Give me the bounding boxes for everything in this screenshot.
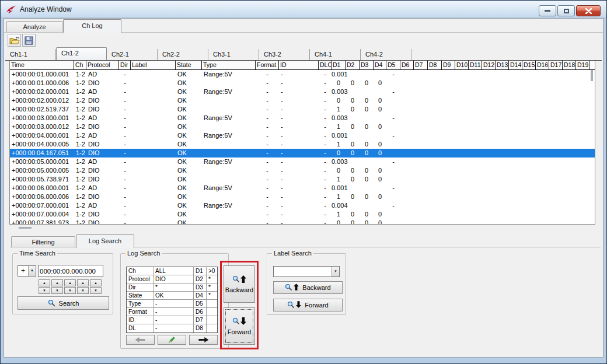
log-row[interactable]: +000:00:05.000.0011-2AD-OKRange:5V---0.0… xyxy=(10,158,595,166)
column-header-dlc[interactable]: DLC xyxy=(319,61,332,69)
column-header-d19[interactable]: D19 xyxy=(576,61,589,69)
column-header-id[interactable]: ID xyxy=(279,61,319,69)
chevron-down-icon[interactable]: ▼ xyxy=(332,267,339,276)
log-row[interactable]: +000:00:02.000.0121-2DIO-OK---0000 xyxy=(10,96,595,105)
column-header-label[interactable]: Label xyxy=(131,61,176,69)
edit-button[interactable] xyxy=(158,335,186,345)
column-header-d18[interactable]: D18 xyxy=(563,61,576,69)
spinner-up-button[interactable]: ▲ xyxy=(90,279,102,286)
log-row[interactable]: +000:00:05.738.9711-2DIO-OK---1000 xyxy=(10,175,595,184)
criteria-d-value[interactable]: * xyxy=(207,284,217,292)
column-header-d15[interactable]: D15 xyxy=(522,61,536,69)
column-header-state[interactable]: State xyxy=(176,61,202,69)
log-row[interactable]: +000:00:06.000.0061-2DIO-OK---1000 xyxy=(10,192,595,201)
log-row[interactable]: +000:00:07.381.9731-2DIO-OK---0000 xyxy=(10,219,595,225)
column-header-d1[interactable]: D1 xyxy=(332,61,346,69)
column-header-d16[interactable]: D16 xyxy=(536,61,549,69)
log-forward-button[interactable]: Forward xyxy=(224,307,255,345)
column-header-d14[interactable]: D14 xyxy=(509,61,522,69)
tab-filtering[interactable]: Filtering xyxy=(11,236,75,247)
tab-ch-log[interactable]: Ch Log xyxy=(63,19,121,33)
log-row[interactable]: +000:00:07.000.0041-2DIO-OK---1000 xyxy=(10,210,595,219)
criteria-d-value[interactable]: * xyxy=(207,292,217,300)
spinner-down-button[interactable]: ▼ xyxy=(51,287,63,294)
save-button[interactable] xyxy=(22,34,36,47)
horizontal-scrollbar-thumb[interactable] xyxy=(19,227,32,229)
tab-ch3-1[interactable]: Ch3-1 xyxy=(208,49,259,60)
spinner-up-button[interactable]: ▲ xyxy=(51,279,63,286)
log-row[interactable]: +000:00:04.000.0011-2AD-OKRange:5V---0.0… xyxy=(10,131,595,140)
maximize-button[interactable] xyxy=(557,5,575,16)
criteria-value[interactable]: - xyxy=(154,316,194,324)
criteria-d-value[interactable]: * xyxy=(207,275,217,284)
spinner-up-button[interactable]: ▲ xyxy=(77,279,89,286)
column-header-d2[interactable]: D2 xyxy=(346,61,360,69)
column-header-d13[interactable]: D13 xyxy=(496,61,509,69)
column-header-d4[interactable]: D4 xyxy=(374,61,386,69)
log-row[interactable]: +000:00:01.000.0011-2AD-OKRange:5V---0.0… xyxy=(10,70,595,79)
criteria-d-value[interactable] xyxy=(207,316,217,324)
log-row[interactable]: +000:00:02.519.7371-2DIO-OK---1000 xyxy=(10,105,595,114)
criteria-d-value[interactable] xyxy=(207,324,217,332)
tab-ch2-2[interactable]: Ch2-2 xyxy=(158,49,208,60)
time-input[interactable] xyxy=(38,265,103,277)
criteria-value[interactable]: - xyxy=(154,324,194,332)
last-match-button[interactable] xyxy=(189,335,218,345)
close-button[interactable] xyxy=(576,5,601,16)
criteria-value[interactable]: * xyxy=(154,284,194,292)
column-header-d5[interactable]: D5 xyxy=(386,61,400,69)
title-bar[interactable]: Analyze Window xyxy=(1,1,606,18)
column-header-d12[interactable]: D12 xyxy=(482,61,496,69)
tab-log-search[interactable]: Log Search xyxy=(76,235,134,248)
open-button[interactable] xyxy=(8,34,21,47)
vertical-scrollbar-thumb[interactable] xyxy=(591,70,593,81)
log-row[interactable]: +000:00:03.000.0011-2AD-OKRange:5V---0.0… xyxy=(10,114,595,123)
column-header-type[interactable]: Type xyxy=(202,61,256,69)
spinner-down-button[interactable]: ▼ xyxy=(64,287,76,294)
chevron-down-icon[interactable]: ▼ xyxy=(28,266,36,276)
spinner-up-button[interactable]: ▲ xyxy=(39,279,50,286)
log-row[interactable]: +000:00:02.000.0011-2AD-OKRange:5V---0.0… xyxy=(10,88,595,96)
column-header-d6[interactable]: D6 xyxy=(400,61,414,69)
label-forward-button[interactable]: Forward xyxy=(273,299,343,312)
log-backward-button[interactable]: Backward xyxy=(224,265,255,303)
first-match-button[interactable] xyxy=(126,335,155,345)
criteria-d-value[interactable] xyxy=(207,308,217,316)
label-backward-button[interactable]: Backward xyxy=(273,281,343,294)
spinner-down-button[interactable]: ▼ xyxy=(90,287,102,294)
sign-combo[interactable]: + ▼ xyxy=(18,265,36,276)
spinner-up-button[interactable]: ▲ xyxy=(64,279,76,286)
column-header-d3[interactable]: D3 xyxy=(360,61,374,69)
criteria-d-value[interactable] xyxy=(207,300,217,308)
column-header-d8[interactable]: D8 xyxy=(428,61,442,69)
column-header-d10[interactable]: D10 xyxy=(455,61,469,69)
spinner-down-button[interactable]: ▼ xyxy=(39,287,50,294)
label-combo[interactable]: ▼ xyxy=(273,266,340,277)
log-row[interactable]: +000:00:03.000.0121-2DIO-OK---1000 xyxy=(10,123,595,131)
column-header-format[interactable]: Format xyxy=(256,61,279,69)
column-header-time[interactable]: Time xyxy=(10,61,74,69)
tab-ch1-1[interactable]: Ch1-1 xyxy=(5,49,56,60)
column-header-d7[interactable]: D7 xyxy=(414,61,428,69)
tab-analyze[interactable]: Analyze xyxy=(6,21,62,32)
column-header-dir[interactable]: Dir xyxy=(119,61,131,69)
criteria-value[interactable]: - xyxy=(154,300,194,308)
column-header-d17[interactable]: D17 xyxy=(549,61,563,69)
criteria-d-value[interactable]: >0 xyxy=(207,267,217,275)
tab-ch4-1[interactable]: Ch4-1 xyxy=(310,49,361,60)
column-header-ch[interactable]: Ch xyxy=(74,61,86,69)
log-row[interactable]: +000:00:01.000.0061-2DIO-OK---0000 xyxy=(10,79,595,88)
tab-ch4-2[interactable]: Ch4-2 xyxy=(361,49,411,60)
log-row[interactable]: +000:00:07.000.0011-2AD-OKRange:5V---0.0… xyxy=(10,201,595,210)
tab-ch2-1[interactable]: Ch2-1 xyxy=(107,49,158,60)
criteria-value[interactable]: OK xyxy=(154,292,194,300)
tab-ch3-2[interactable]: Ch3-2 xyxy=(259,49,310,60)
column-header-d9[interactable]: D9 xyxy=(442,61,455,69)
tab-ch1-2[interactable]: Ch1-2 xyxy=(56,47,107,60)
log-row[interactable]: +000:00:04.167.0511-2DIO-OK---0000 xyxy=(10,149,595,158)
criteria-value[interactable]: DIO xyxy=(154,275,194,284)
criteria-value[interactable]: ALL xyxy=(154,267,194,275)
spinner-down-button[interactable]: ▼ xyxy=(77,287,89,294)
column-header-d11[interactable]: D11 xyxy=(469,61,482,69)
log-row[interactable]: +000:00:04.000.0051-2DIO-OK---1000 xyxy=(10,140,595,149)
